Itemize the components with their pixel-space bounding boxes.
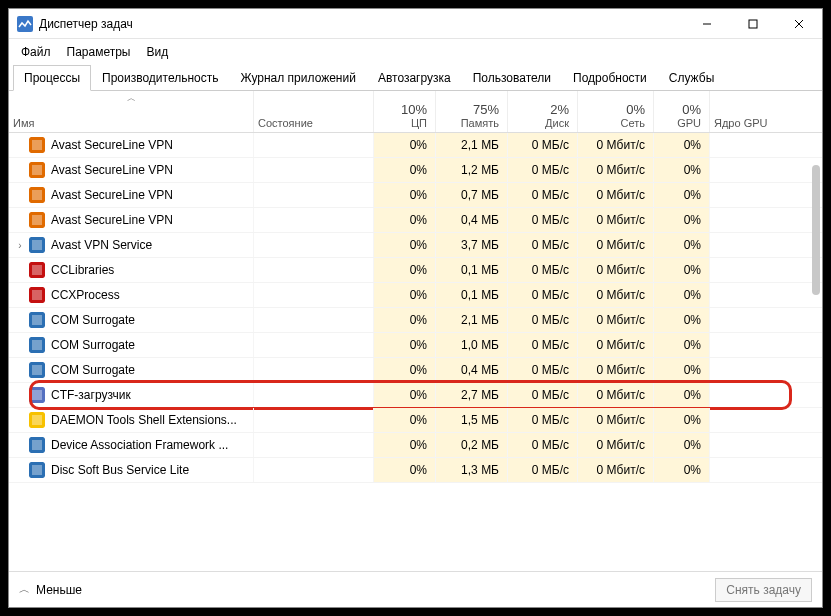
cell-name: Avast SecureLine VPN <box>9 208 254 232</box>
cell-gpu: 0% <box>654 158 710 182</box>
cell-gpu: 0% <box>654 458 710 482</box>
cell-gpu: 0% <box>654 133 710 157</box>
cell-mem: 1,5 МБ <box>436 408 508 432</box>
minimize-button[interactable] <box>684 9 730 39</box>
table-row[interactable]: Avast SecureLine VPN0%2,1 МБ0 МБ/с0 Мбит… <box>9 133 822 158</box>
table-row[interactable]: Device Association Framework ...0%0,2 МБ… <box>9 433 822 458</box>
cell-status <box>254 158 374 182</box>
col-memory[interactable]: 75% Память <box>436 91 508 132</box>
fewer-details-link[interactable]: Меньше <box>36 583 82 597</box>
footer: ︿ Меньше Снять задачу <box>9 571 822 607</box>
close-button[interactable] <box>776 9 822 39</box>
cell-disk: 0 МБ/с <box>508 333 578 357</box>
process-name: Disc Soft Bus Service Lite <box>51 463 189 477</box>
table-row[interactable]: COM Surrogate0%1,0 МБ0 МБ/с0 Мбит/с0% <box>9 333 822 358</box>
cell-status <box>254 308 374 332</box>
col-disk[interactable]: 2% Диск <box>508 91 578 132</box>
cell-gpu-core <box>710 258 780 282</box>
table-row[interactable]: CCLibraries0%0,1 МБ0 МБ/с0 Мбит/с0% <box>9 258 822 283</box>
cell-mem: 0,4 МБ <box>436 208 508 232</box>
chevron-up-icon[interactable]: ︿ <box>19 582 30 597</box>
cell-cpu: 0% <box>374 283 436 307</box>
svg-rect-2 <box>749 20 757 28</box>
col-mem-label: Память <box>440 117 499 129</box>
tab-processes[interactable]: Процессы <box>13 65 91 91</box>
table-row[interactable]: ›Avast VPN Service0%3,7 МБ0 МБ/с0 Мбит/с… <box>9 233 822 258</box>
table-row[interactable]: COM Surrogate0%2,1 МБ0 МБ/с0 Мбит/с0% <box>9 308 822 333</box>
cell-gpu-core <box>710 408 780 432</box>
cell-gpu: 0% <box>654 208 710 232</box>
table-row[interactable]: Avast SecureLine VPN0%0,4 МБ0 МБ/с0 Мбит… <box>9 208 822 233</box>
cell-cpu: 0% <box>374 308 436 332</box>
col-gpu-core[interactable]: Ядро GPU <box>710 91 780 132</box>
expand-icon[interactable]: › <box>13 240 27 251</box>
table-row[interactable]: Disc Soft Bus Service Lite0%1,3 МБ0 МБ/с… <box>9 458 822 483</box>
process-name: COM Surrogate <box>51 313 135 327</box>
cell-cpu: 0% <box>374 458 436 482</box>
menu-file[interactable]: Файл <box>13 41 59 63</box>
cell-name: Avast SecureLine VPN <box>9 158 254 182</box>
cell-cpu: 0% <box>374 358 436 382</box>
col-network[interactable]: 0% Сеть <box>578 91 654 132</box>
table-row[interactable]: DAEMON Tools Shell Extensions...0%1,5 МБ… <box>9 408 822 433</box>
col-cpu[interactable]: 10% ЦП <box>374 91 436 132</box>
cell-name: CCXProcess <box>9 283 254 307</box>
cell-name: Avast SecureLine VPN <box>9 183 254 207</box>
cell-net: 0 Мбит/с <box>578 458 654 482</box>
table-body[interactable]: Avast SecureLine VPN0%2,1 МБ0 МБ/с0 Мбит… <box>9 133 822 563</box>
table-row[interactable]: COM Surrogate0%0,4 МБ0 МБ/с0 Мбит/с0% <box>9 358 822 383</box>
cell-status <box>254 358 374 382</box>
cell-status <box>254 183 374 207</box>
cell-gpu-core <box>710 183 780 207</box>
cell-status <box>254 208 374 232</box>
tab-details[interactable]: Подробности <box>562 65 658 91</box>
cell-net: 0 Мбит/с <box>578 308 654 332</box>
tab-performance[interactable]: Производительность <box>91 65 229 91</box>
cell-gpu-core <box>710 208 780 232</box>
cell-cpu: 0% <box>374 133 436 157</box>
cell-gpu: 0% <box>654 333 710 357</box>
cell-gpu-core <box>710 333 780 357</box>
cell-disk: 0 МБ/с <box>508 233 578 257</box>
menu-view[interactable]: Вид <box>138 41 176 63</box>
col-mem-pct: 75% <box>440 102 499 117</box>
cell-net: 0 Мбит/с <box>578 408 654 432</box>
cell-status <box>254 233 374 257</box>
cell-net: 0 Мбит/с <box>578 208 654 232</box>
svg-rect-12 <box>32 215 42 225</box>
cc-red-icon <box>29 262 45 278</box>
window-title: Диспетчер задач <box>39 17 684 31</box>
process-name: COM Surrogate <box>51 363 135 377</box>
tab-services[interactable]: Службы <box>658 65 725 91</box>
col-net-pct: 0% <box>582 102 645 117</box>
cell-status <box>254 258 374 282</box>
tab-users[interactable]: Пользователи <box>462 65 562 91</box>
cell-gpu: 0% <box>654 383 710 407</box>
tab-startup[interactable]: Автозагрузка <box>367 65 462 91</box>
col-status[interactable]: Состояние <box>254 91 374 132</box>
col-name[interactable]: ︿ Имя <box>9 91 254 132</box>
col-gpu[interactable]: 0% GPU <box>654 91 710 132</box>
cell-mem: 1,0 МБ <box>436 333 508 357</box>
cell-disk: 0 МБ/с <box>508 283 578 307</box>
maximize-button[interactable] <box>730 9 776 39</box>
vertical-scrollbar[interactable] <box>812 165 820 295</box>
tab-app-history[interactable]: Журнал приложений <box>230 65 367 91</box>
sort-arrow-icon: ︿ <box>127 92 136 105</box>
svg-rect-32 <box>32 465 42 475</box>
cell-name: Device Association Framework ... <box>9 433 254 457</box>
svg-rect-18 <box>32 290 42 300</box>
app-blue-icon <box>29 337 45 353</box>
process-name: Device Association Framework ... <box>51 438 228 452</box>
cell-mem: 2,7 МБ <box>436 383 508 407</box>
cell-disk: 0 МБ/с <box>508 183 578 207</box>
square-orange-icon <box>29 162 45 178</box>
table-row[interactable]: Avast SecureLine VPN0%0,7 МБ0 МБ/с0 Мбит… <box>9 183 822 208</box>
cell-mem: 2,1 МБ <box>436 308 508 332</box>
end-task-button[interactable]: Снять задачу <box>715 578 812 602</box>
svg-rect-10 <box>32 190 42 200</box>
table-row[interactable]: Avast SecureLine VPN0%1,2 МБ0 МБ/с0 Мбит… <box>9 158 822 183</box>
table-row[interactable]: CCXProcess0%0,1 МБ0 МБ/с0 Мбит/с0% <box>9 283 822 308</box>
table-row[interactable]: CTF-загрузчик0%2,7 МБ0 МБ/с0 Мбит/с0% <box>9 383 822 408</box>
menu-options[interactable]: Параметры <box>59 41 139 63</box>
